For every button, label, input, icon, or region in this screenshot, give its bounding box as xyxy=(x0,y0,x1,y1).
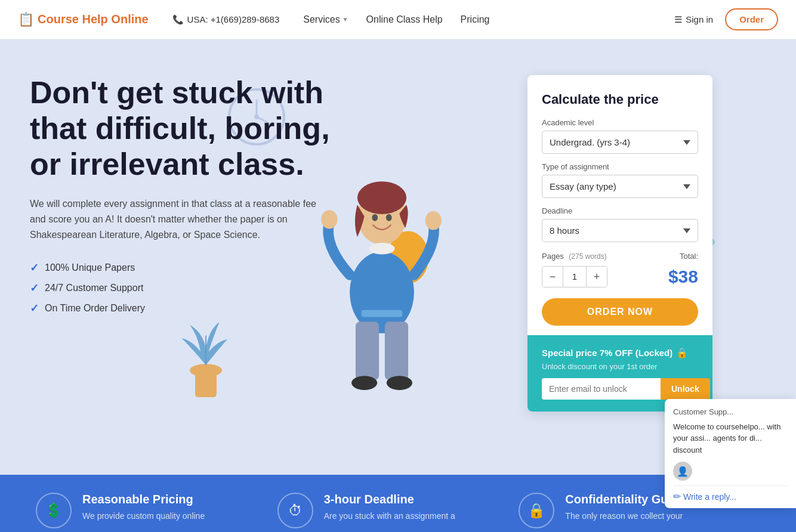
pages-value: 1 xyxy=(563,267,587,287)
email-unlock-input[interactable] xyxy=(542,378,661,400)
svg-point-5 xyxy=(190,364,222,377)
header-phone: 📞 USA: +1(669)289-8683 xyxy=(172,14,280,25)
hero-left: Don't get stuck with that difficult, bor… xyxy=(30,75,352,315)
nav-item-online-class-help[interactable]: Online Class Help xyxy=(366,14,443,25)
deadline-icon-circle: ⏱ xyxy=(277,493,313,528)
total-amount: $38 xyxy=(668,267,698,287)
unlock-button[interactable]: Unlock xyxy=(661,378,710,400)
signin-button[interactable]: ☰ Sign in xyxy=(674,14,713,25)
hero-subtitle: We will complete every assignment in tha… xyxy=(30,196,322,242)
order-now-button[interactable]: ORDER NOW xyxy=(542,298,698,326)
header-nav: Services ▼ Online Class Help Pricing xyxy=(303,14,674,25)
pages-decrement-button[interactable]: − xyxy=(542,267,563,287)
phone-icon: 📞 xyxy=(172,14,184,25)
logo[interactable]: 📋 Course Help Online xyxy=(18,12,149,27)
pages-label-row: Pages (275 words) Total: xyxy=(542,250,698,261)
chat-header: Customer Supp... xyxy=(673,407,788,416)
assignment-type-select[interactable]: Essay (any type) Research Paper Case Stu… xyxy=(542,175,698,198)
dollar-icon: 💲 xyxy=(45,502,63,519)
write-reply-button[interactable]: ✏ Write a reply... xyxy=(673,485,788,502)
shield-icon: 🔒 xyxy=(527,502,545,519)
pages-counter: − 1 + xyxy=(542,266,607,287)
order-button[interactable]: Order xyxy=(725,8,778,30)
signin-icon: ☰ xyxy=(674,14,682,25)
pages-words: (275 words) xyxy=(569,252,606,261)
svg-point-11 xyxy=(372,214,378,221)
confidentiality-icon-circle: 🔒 xyxy=(519,493,554,528)
chat-widget: Customer Supp... Welcome to coursehelpo.… xyxy=(665,399,796,509)
deadline-select[interactable]: 3 hours 6 hours 8 hours 12 hours 24 hour… xyxy=(542,219,698,242)
footer-deadline-title: 3-hour Deadline xyxy=(324,493,455,506)
academic-level-label: Academic level xyxy=(542,118,698,127)
footer-confidentiality-desc: The only reason we collect your xyxy=(565,510,710,522)
unlock-row: Unlock xyxy=(542,378,698,400)
discount-subtitle: Unlock discount on your 1st order xyxy=(542,362,698,371)
check-item-2: ✓ 24/7 Customer Support xyxy=(30,282,352,295)
pages-controls-row: − 1 + $38 xyxy=(542,266,698,287)
hero-checks: ✓ 100% Unique Papers ✓ 24/7 Customer Sup… xyxy=(30,261,352,315)
footer-item-deadline: ⏱ 3-hour Deadline Are you stuck with an … xyxy=(277,493,519,528)
svg-point-12 xyxy=(386,214,392,221)
academic-level-select[interactable]: Undergrad. (yrs 3-4) High School Undergr… xyxy=(542,131,698,154)
calculator-title: Calculate the price xyxy=(542,92,698,107)
discount-title: Special price 7% OFF (Locked) 🔒 xyxy=(542,347,698,358)
logo-text: Course Help Online xyxy=(38,13,149,26)
chevron-down-icon: ▼ xyxy=(343,16,348,23)
total-label: Total: xyxy=(680,252,698,261)
header: 📋 Course Help Online 📞 USA: +1(669)289-8… xyxy=(0,0,796,39)
svg-point-18 xyxy=(387,376,412,390)
phone-number: USA: +1(669)289-8683 xyxy=(187,14,280,24)
lock-icon: 🔒 xyxy=(676,347,688,358)
svg-rect-16 xyxy=(385,321,408,380)
header-actions: ☰ Sign in Order xyxy=(674,8,778,30)
chat-message: Welcome to coursehelpo... with your assi… xyxy=(673,421,788,456)
footer-deadline-desc: Are you stuck with an assignment a xyxy=(324,510,455,522)
check-icon-2: ✓ xyxy=(30,282,39,295)
svg-point-8 xyxy=(350,252,414,333)
reply-icon: ✏ xyxy=(673,491,681,502)
svg-rect-19 xyxy=(362,310,403,317)
svg-point-10 xyxy=(357,181,406,214)
student-figure xyxy=(310,129,453,415)
svg-point-13 xyxy=(321,210,337,228)
assignment-type-label: Type of assignment xyxy=(542,162,698,171)
svg-rect-15 xyxy=(356,321,379,380)
nav-item-services[interactable]: Services ▼ xyxy=(303,14,348,25)
pages-increment-button[interactable]: + xyxy=(587,267,607,287)
svg-point-20 xyxy=(369,243,394,255)
footer-item-pricing: 💲 Reasonable Pricing We provide custom q… xyxy=(36,493,277,528)
svg-point-14 xyxy=(425,211,441,230)
nav-item-pricing[interactable]: Pricing xyxy=(461,14,490,25)
timer-icon: ⏱ xyxy=(288,502,303,519)
footer-pricing-desc: We provide custom quality online xyxy=(82,510,205,522)
pages-label: Pages xyxy=(542,252,564,261)
chat-avatar: 👤 xyxy=(673,462,692,481)
footer-pricing-title: Reasonable Pricing xyxy=(82,493,205,506)
check-item-1: ✓ 100% Unique Papers xyxy=(30,261,352,274)
deadline-label: Deadline xyxy=(542,206,698,215)
check-icon-3: ✓ xyxy=(30,302,39,315)
pricing-icon-circle: 💲 xyxy=(36,493,72,528)
hero-title: Don't get stuck with that difficult, bor… xyxy=(30,75,352,182)
price-calculator: Calculate the price Academic level Under… xyxy=(527,75,712,412)
check-item-3: ✓ On Time Order Delivery xyxy=(30,302,352,315)
check-icon-1: ✓ xyxy=(30,261,39,274)
logo-icon: 📋 xyxy=(18,12,34,27)
svg-point-17 xyxy=(351,376,377,390)
chat-avatar-row: 👤 xyxy=(673,462,788,481)
